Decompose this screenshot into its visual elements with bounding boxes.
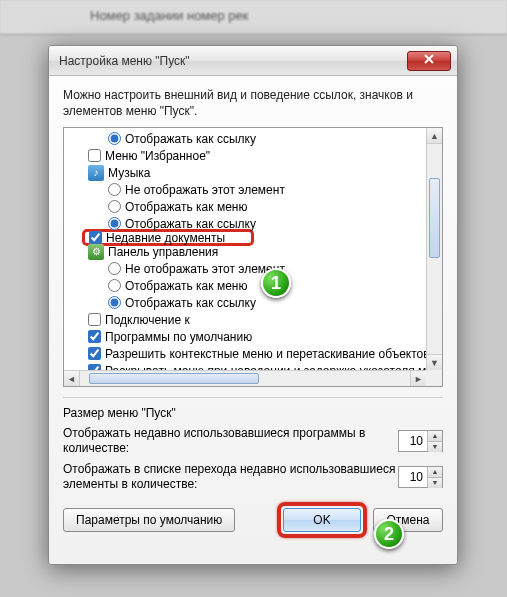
scroll-left-arrow-icon[interactable]: ◄ — [64, 371, 80, 386]
option-label: Не отображать этот элемент — [125, 183, 285, 197]
option-row[interactable]: Подключение к — [64, 311, 426, 328]
scroll-down-arrow-icon[interactable]: ▼ — [427, 354, 442, 370]
option-row[interactable]: Не отображать этот элемент — [64, 181, 426, 198]
spin-up-icon[interactable]: ▲ — [428, 431, 442, 442]
option-label: Отображать как меню — [125, 200, 247, 214]
option-label: Не отображать этот элемент — [125, 262, 285, 276]
option-label: Программы по умолчанию — [105, 330, 252, 344]
scroll-thumb[interactable] — [89, 373, 259, 384]
radio-music-hide[interactable] — [108, 183, 121, 196]
dialog-description: Можно настроить внешний вид и поведение … — [63, 88, 443, 119]
ok-button-highlight: OK — [277, 502, 367, 538]
recent-programs-spinner[interactable]: ▲▼ — [398, 430, 443, 452]
option-label: Разрешить контекстные меню и перетаскива… — [105, 347, 430, 361]
option-label: Отображать как меню — [125, 279, 247, 293]
scroll-right-arrow-icon[interactable]: ► — [410, 371, 426, 386]
option-row[interactable]: Отображать как ссылку — [64, 130, 426, 147]
close-icon — [424, 54, 434, 64]
spin-down-icon[interactable]: ▼ — [428, 478, 442, 488]
recent-programs-label: Отображать недавно использовавшиеся прог… — [63, 426, 398, 456]
radio-display-as-link[interactable] — [108, 132, 121, 145]
scroll-corner — [426, 370, 442, 386]
scroll-up-arrow-icon[interactable]: ▲ — [427, 128, 442, 144]
close-button[interactable] — [407, 51, 451, 71]
group-label: Панель управления — [108, 245, 218, 259]
spin-down-icon[interactable]: ▼ — [428, 442, 442, 452]
radio-music-menu[interactable] — [108, 200, 121, 213]
option-row[interactable]: Отображать как меню — [64, 198, 426, 215]
checkbox-favorites-menu[interactable] — [88, 149, 101, 162]
control-panel-icon: ⚙ — [88, 244, 104, 260]
option-row[interactable]: Программы по умолчанию — [64, 328, 426, 345]
radio-cp-hide[interactable] — [108, 262, 121, 275]
jumplist-spinner[interactable]: ▲▼ — [398, 466, 443, 488]
group-music: ♪Музыка — [64, 164, 426, 181]
radio-cp-link[interactable] — [108, 296, 121, 309]
checkbox-default-programs[interactable] — [88, 330, 101, 343]
option-label: Отображать как ссылку — [125, 296, 256, 310]
annotation-badge-1: 1 — [261, 268, 291, 298]
option-row[interactable]: Не отображать этот элемент — [64, 260, 426, 277]
section-title: Размер меню "Пуск" — [63, 406, 443, 420]
vertical-scrollbar[interactable]: ▲ ▼ — [426, 128, 442, 370]
recent-programs-input[interactable] — [399, 431, 427, 451]
jumplist-label: Отображать в списке перехода недавно исп… — [63, 462, 398, 492]
start-menu-settings-dialog: Настройка меню "Пуск" Можно настроить вн… — [48, 45, 458, 565]
titlebar[interactable]: Настройка меню "Пуск" — [49, 46, 457, 76]
music-icon: ♪ — [88, 165, 104, 181]
ok-button[interactable]: OK — [283, 508, 361, 532]
checkbox-recent-documents[interactable] — [89, 231, 102, 244]
option-label: Отображать как ссылку — [125, 132, 256, 146]
background-window-header: Номер задании номер рек — [0, 0, 507, 35]
defaults-button[interactable]: Параметры по умолчанию — [63, 508, 235, 532]
options-listbox: Отображать как ссылку Меню "Избранное" ♪… — [63, 127, 443, 387]
option-label: Меню "Избранное" — [105, 149, 210, 163]
option-label: Недавние документы — [106, 231, 225, 245]
horizontal-scrollbar[interactable]: ◄ ► — [64, 370, 426, 386]
option-row[interactable]: Отображать как меню — [64, 277, 426, 294]
spin-up-icon[interactable]: ▲ — [428, 467, 442, 478]
radio-cp-menu[interactable] — [108, 279, 121, 292]
start-menu-size-section: Размер меню "Пуск" Отображать недавно ис… — [63, 397, 443, 492]
option-row[interactable]: Разрешить контекстные меню и перетаскива… — [64, 345, 426, 362]
checkbox-context-drag[interactable] — [88, 347, 101, 360]
group-control-panel: ⚙Панель управления — [64, 243, 426, 260]
option-label: Отображать как ссылку — [125, 217, 256, 231]
option-row[interactable]: Отображать как ссылку — [64, 294, 426, 311]
option-row[interactable]: Отображать как ссылку — [64, 215, 426, 232]
jumplist-input[interactable] — [399, 467, 427, 487]
checkbox-connect-to[interactable] — [88, 313, 101, 326]
option-row[interactable]: Меню "Избранное" — [64, 147, 426, 164]
radio-music-link[interactable] — [108, 217, 121, 230]
dialog-title: Настройка меню "Пуск" — [59, 54, 407, 68]
option-label: Подключение к — [105, 313, 190, 327]
annotation-badge-2: 2 — [374, 519, 404, 549]
group-label: Музыка — [108, 166, 150, 180]
scroll-thumb[interactable] — [429, 178, 440, 258]
